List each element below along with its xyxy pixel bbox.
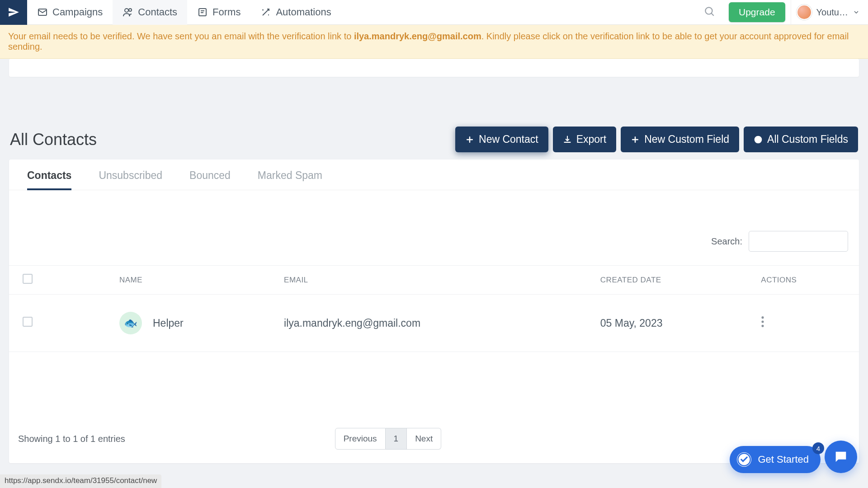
wand-icon xyxy=(260,7,271,18)
tab-bounced[interactable]: Bounced xyxy=(189,169,231,190)
all-custom-fields-button[interactable]: All Custom Fields xyxy=(744,127,858,152)
fish-icon: 🐟 xyxy=(124,317,137,329)
btn-label: New Contact xyxy=(479,133,538,145)
contact-name: Helper xyxy=(153,317,184,329)
export-button[interactable]: Export xyxy=(553,127,616,152)
page-title: All Contacts xyxy=(10,130,97,149)
nav-label: Contacts xyxy=(138,6,177,18)
kebab-icon xyxy=(761,315,764,328)
tabs: Contacts Unsubscribed Bounced Marked Spa… xyxy=(9,160,859,190)
table-footer: Showing 1 to 1 of 1 entries Previous 1 N… xyxy=(9,352,859,463)
row-actions-button[interactable] xyxy=(761,315,764,328)
nav-items: Campaigns Contacts Forms Automations xyxy=(27,0,341,25)
select-all-checkbox[interactable] xyxy=(23,274,33,284)
page-header: All Contacts New Contact Export New Cust… xyxy=(9,127,859,160)
status-bar-url: https://app.sendx.io/team/31955/contact/… xyxy=(0,474,161,488)
svg-point-6 xyxy=(762,316,764,319)
get-started-widget[interactable]: Get Started 4 xyxy=(730,446,821,473)
btn-label: All Custom Fields xyxy=(767,133,848,145)
nav-item-forms[interactable]: Forms xyxy=(187,0,250,25)
contact-email: ilya.mandryk.eng@gmail.com xyxy=(277,295,593,352)
table-row[interactable]: 🐟 Helper ilya.mandryk.eng@gmail.com 05 M… xyxy=(9,295,859,352)
pagination: Previous 1 Next xyxy=(335,428,442,450)
search-row: Search: xyxy=(9,190,859,265)
svg-point-4 xyxy=(705,7,712,14)
chat-icon xyxy=(833,449,849,465)
people-icon xyxy=(123,7,133,18)
prev-button[interactable]: Previous xyxy=(335,428,386,450)
avatar xyxy=(797,5,812,20)
contact-avatar: 🐟 xyxy=(119,312,142,334)
nav-item-contacts[interactable]: Contacts xyxy=(113,0,187,25)
th-actions: ACTIONS xyxy=(754,266,859,295)
page-number-button[interactable]: 1 xyxy=(386,428,407,450)
user-menu[interactable]: Youtu… xyxy=(791,0,868,25)
nav-item-automations[interactable]: Automations xyxy=(250,0,341,25)
top-nav: Campaigns Contacts Forms Automations Upg… xyxy=(0,0,868,25)
search-icon xyxy=(703,5,715,17)
contacts-table: NAME EMAIL CREATED DATE ACTIONS 🐟 xyxy=(9,265,859,352)
new-contact-button[interactable]: New Contact xyxy=(455,127,548,152)
notice-prefix: Your email needs to be verified. We have… xyxy=(8,31,354,41)
svg-point-8 xyxy=(762,325,764,327)
name-cell: 🐟 Helper xyxy=(119,312,269,334)
svg-point-7 xyxy=(762,320,764,323)
badge-count: 4 xyxy=(812,442,824,454)
user-label: Youtu… xyxy=(816,7,848,18)
tab-unsubscribed[interactable]: Unsubscribed xyxy=(99,169,162,190)
btn-label: New Custom Field xyxy=(644,133,729,145)
svg-point-2 xyxy=(129,9,132,11)
nav-label: Campaigns xyxy=(52,6,103,18)
notice-email: ilya.mandryk.eng@gmail.com xyxy=(354,31,481,41)
page-actions: New Contact Export New Custom Field All … xyxy=(455,127,858,152)
row-checkbox[interactable] xyxy=(23,317,33,327)
tab-contacts[interactable]: Contacts xyxy=(27,169,71,190)
th-email[interactable]: EMAIL xyxy=(277,266,593,295)
paper-plane-icon xyxy=(8,6,19,18)
download-icon xyxy=(563,135,572,144)
next-button[interactable]: Next xyxy=(407,428,441,450)
plus-icon xyxy=(465,135,474,144)
logo[interactable] xyxy=(0,0,27,25)
upgrade-button[interactable]: Upgrade xyxy=(729,2,785,22)
btn-label: Export xyxy=(576,133,606,145)
showing-text: Showing 1 to 1 of 1 entries xyxy=(18,434,125,444)
search-label: Search: xyxy=(711,236,742,247)
nav-label: Forms xyxy=(212,6,241,18)
chat-widget[interactable] xyxy=(825,441,857,473)
nav-label: Automations xyxy=(276,6,331,18)
envelope-icon xyxy=(37,7,48,18)
check-circle-icon xyxy=(737,452,751,467)
table-header-row: NAME EMAIL CREATED DATE ACTIONS xyxy=(9,266,859,295)
th-name[interactable]: NAME xyxy=(112,266,277,295)
new-custom-field-button[interactable]: New Custom Field xyxy=(621,127,739,152)
verification-notice: Your email needs to be verified. We have… xyxy=(0,25,868,59)
global-search-button[interactable] xyxy=(695,5,723,19)
globe-icon xyxy=(754,135,763,144)
search-input[interactable] xyxy=(749,231,848,252)
th-created-date[interactable]: CREATED DATE xyxy=(593,266,754,295)
top-card-fragment xyxy=(9,59,859,77)
get-started-label: Get Started xyxy=(758,454,809,465)
chevron-down-icon xyxy=(853,9,860,16)
tab-marked-spam[interactable]: Marked Spam xyxy=(258,169,322,190)
plus-icon xyxy=(631,135,640,144)
form-icon xyxy=(197,7,208,18)
nav-item-campaigns[interactable]: Campaigns xyxy=(27,0,113,25)
svg-point-1 xyxy=(125,9,128,12)
contacts-card: Contacts Unsubscribed Bounced Marked Spa… xyxy=(9,160,859,463)
contact-created-date: 05 May, 2023 xyxy=(593,295,754,352)
